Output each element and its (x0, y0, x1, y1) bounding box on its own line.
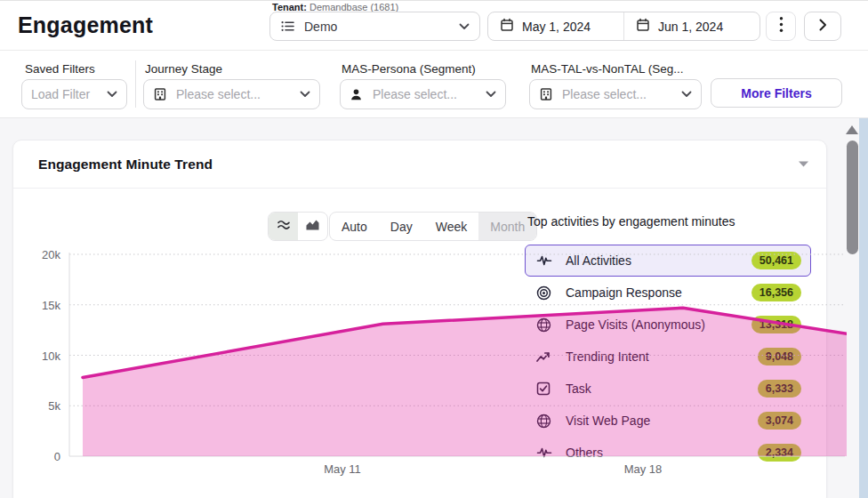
area-chart-icon (305, 218, 320, 235)
card-header: Engagement Minute Trend (13, 141, 826, 189)
activity-row[interactable]: Visit Web Page3,074 (525, 405, 811, 437)
activity-label: Others (566, 446, 603, 460)
calendar-icon (636, 18, 650, 35)
pulse-icon (536, 253, 554, 268)
globe-icon (536, 317, 554, 333)
granularity-week[interactable]: Week (424, 213, 479, 240)
chevron-down-icon (107, 91, 117, 98)
more-filters-label: More Filters (741, 86, 811, 100)
next-period-button[interactable] (804, 12, 841, 41)
activity-label: All Activities (566, 253, 631, 268)
activity-row[interactable]: All Activities50,461 (525, 245, 811, 277)
mas-tal-placeholder: Please select... (562, 87, 647, 101)
view-selector-value: Demo (304, 20, 337, 34)
saved-filters-label: Saved Filters (25, 62, 95, 76)
collapse-caret-icon[interactable] (799, 161, 808, 167)
x-tick-label: May 11 (324, 462, 361, 476)
top-bar: Engagement Tenant: Demandbase (1681) Dem… (0, 1, 868, 51)
activity-row[interactable]: Page Visits (Anonymous)13,318 (525, 309, 811, 341)
chevron-right-icon (819, 19, 827, 35)
chevron-down-icon (681, 91, 692, 98)
line-chart-toggle[interactable] (269, 213, 298, 240)
task-icon (536, 382, 554, 396)
view-selector[interactable]: Demo (269, 12, 480, 41)
y-tick-label: 15k (21, 299, 60, 312)
mas-tal-dropdown[interactable]: Please select... (529, 79, 702, 109)
area-chart-toggle[interactable] (298, 213, 327, 240)
activity-value-badge: 50,461 (751, 252, 801, 269)
wave-lines-icon (277, 218, 291, 235)
chevron-down-icon (459, 23, 470, 30)
x-tick-label: May 18 (624, 462, 663, 476)
activity-row[interactable]: Others2,334 (525, 437, 811, 469)
activity-value-badge: 9,048 (758, 348, 801, 365)
y-tick-label: 5k (21, 399, 60, 413)
activity-value-badge: 2,334 (758, 444, 801, 462)
activity-label: Trending Intent (566, 349, 649, 364)
filter-label-mas-persona: MAS-Persona (Segment) (342, 62, 476, 76)
granularity-day[interactable]: Day (379, 213, 424, 240)
mas-persona-placeholder: Please select... (373, 87, 457, 101)
activity-label: Page Visits (Anonymous) (566, 317, 705, 332)
page-title: Engagement (18, 12, 153, 38)
journey-stage-placeholder: Please select... (176, 87, 261, 101)
end-date-button[interactable]: Jun 1, 2024 (623, 12, 760, 40)
top-activities-title: Top activities by engagement minutes (527, 214, 735, 229)
card-title: Engagement Minute Trend (38, 157, 213, 173)
y-tick-label: 10k (21, 349, 60, 363)
building-icon (539, 87, 554, 101)
calendar-icon (500, 18, 514, 35)
filter-label-mas-tal: MAS-TAL-vs-NonTAL (Seg... (531, 62, 684, 76)
start-date-button[interactable]: May 1, 2024 (488, 12, 623, 40)
building-icon (153, 87, 168, 101)
y-tick-label: 20k (21, 248, 60, 261)
start-date-value: May 1, 2024 (522, 20, 591, 34)
chevron-down-icon (300, 91, 310, 98)
activity-row[interactable]: Task6,333 (525, 373, 811, 405)
y-tick-label: 0 (21, 450, 60, 463)
granularity-auto[interactable]: Auto (330, 213, 379, 240)
scrollbar-thumb[interactable] (847, 141, 858, 254)
journey-stage-dropdown[interactable]: Please select... (143, 79, 320, 109)
filter-divider (135, 60, 136, 108)
activity-value-badge: 6,333 (758, 380, 801, 398)
globe-icon (536, 414, 554, 429)
window-edge-strip (859, 118, 868, 498)
bullseye-icon (536, 285, 554, 301)
chart-type-toggle (268, 212, 328, 241)
activity-label: Campaign Response (566, 285, 682, 300)
more-filters-button[interactable]: More Filters (711, 78, 842, 108)
activity-label: Visit Web Page (566, 414, 650, 428)
activity-label: Task (566, 382, 591, 396)
chevron-down-icon (486, 91, 496, 98)
pulse-icon (536, 446, 554, 460)
activity-value-badge: 16,356 (751, 284, 801, 301)
load-filter-dropdown[interactable]: Load Filter (21, 79, 127, 109)
activity-row[interactable]: Trending Intent9,048 (525, 341, 811, 373)
activity-value-badge: 13,318 (751, 316, 801, 333)
mas-persona-dropdown[interactable]: Please select... (340, 79, 506, 109)
activity-row[interactable]: Campaign Response16,356 (525, 277, 811, 309)
kebab-icon (779, 16, 784, 36)
person-icon (350, 88, 365, 101)
trending-up-icon (536, 351, 554, 363)
engagement-trend-card: Engagement Minute Trend AutoDayWeekMonth… (12, 140, 827, 498)
activities-list: All Activities50,461Campaign Response16,… (525, 245, 811, 469)
filter-bar: Saved Filters Load Filter Journey Stage … (0, 51, 868, 118)
load-filter-placeholder: Load Filter (31, 87, 90, 101)
granularity-selector: AutoDayWeekMonth (329, 212, 537, 241)
filter-label-journey-stage: Journey Stage (145, 62, 222, 76)
date-range-picker: May 1, 2024 Jun 1, 2024 (487, 12, 760, 41)
end-date-value: Jun 1, 2024 (658, 20, 723, 34)
scrollbar-up-arrow[interactable] (846, 125, 858, 134)
activity-value-badge: 3,074 (758, 412, 801, 430)
more-actions-button[interactable] (766, 12, 796, 41)
list-icon (280, 19, 296, 34)
